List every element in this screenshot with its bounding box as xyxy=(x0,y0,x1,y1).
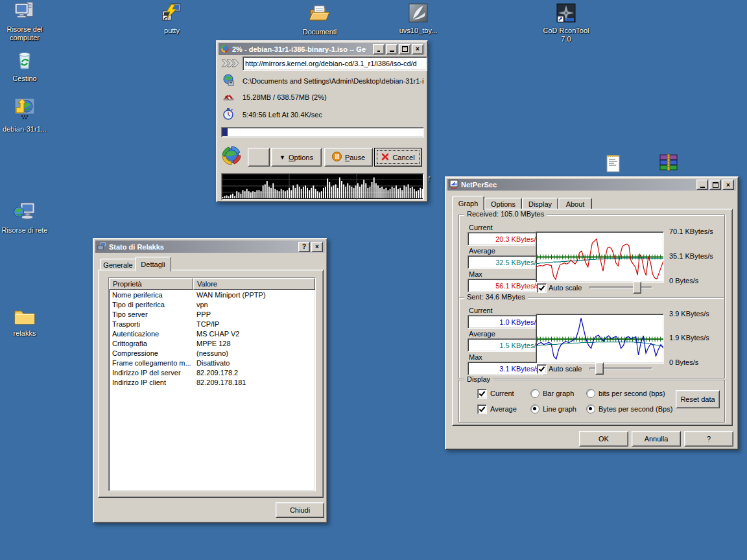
received-max-value: 56.1 KBytes/s xyxy=(468,279,543,292)
sent-autoscale-checkbox[interactable] xyxy=(537,364,547,374)
line-graph-radio[interactable] xyxy=(530,404,540,414)
ok-button[interactable]: OK xyxy=(579,431,628,447)
reset-data-button[interactable]: Reset data xyxy=(676,390,720,408)
property-row[interactable]: AutenticazioneMS CHAP V2 xyxy=(109,329,315,338)
url-arrows-icon xyxy=(221,58,239,69)
network-places-icon xyxy=(13,201,36,224)
listview-body: Nome perifericaWAN Miniport (PPTP)Tipo d… xyxy=(109,290,315,387)
minimize-button[interactable] xyxy=(696,180,708,190)
desktop-icon-putty[interactable]: putty xyxy=(147,3,196,35)
annulla-button[interactable]: Annulla xyxy=(632,431,681,447)
save-location-icon xyxy=(222,74,235,88)
sent-current-label: Current xyxy=(469,307,493,314)
desktop-icon-debian-download[interactable]: debian-31r1... xyxy=(0,97,49,134)
notepad-file-icon[interactable] xyxy=(605,153,622,174)
display-average-checkbox[interactable] xyxy=(477,404,487,414)
column-header-valore[interactable]: Valore xyxy=(193,278,315,290)
reset-data-label: Reset data xyxy=(680,395,715,403)
blank-button[interactable] xyxy=(248,148,270,167)
property-row[interactable]: Indirizzo IP client82.209.178.181 xyxy=(109,377,315,387)
dropdown-arrow-icon: ▼ xyxy=(279,154,285,161)
speed-history-graph xyxy=(221,173,424,200)
pause-button[interactable]: Pause xyxy=(324,148,373,167)
bits-per-second-label: bits per second (bps) xyxy=(599,390,665,397)
desktop-icon-documents[interactable]: Documenti xyxy=(295,4,344,36)
properties-listview: Proprietà Valore Nome perifericaWAN Mini… xyxy=(108,277,316,491)
display-current-label: Current xyxy=(490,390,514,397)
property-row[interactable]: Nome perifericaWAN Miniport (PPTP) xyxy=(109,290,315,299)
chiudi-button-label: Chiudi xyxy=(290,506,310,514)
minimize-button[interactable] xyxy=(386,44,397,54)
sent-graph xyxy=(536,314,664,364)
received-scale-mid: 35.1 KBytes/s xyxy=(669,252,713,260)
getright-titlebar[interactable]: 2% - debian-31r1-i386-binary-1.iso -- Ge… xyxy=(219,43,425,55)
bits-per-second-radio[interactable] xyxy=(586,389,595,398)
received-graph xyxy=(536,231,664,283)
slider-thumb[interactable] xyxy=(595,362,604,375)
desktop-icon-uvs10[interactable]: uvs10_tby... xyxy=(394,3,443,35)
desktop-icon-label: Risorse del computer xyxy=(0,25,49,42)
desktop-icon-label: putty xyxy=(147,27,196,35)
received-max-label: Max xyxy=(469,270,482,278)
winrar-archive-icon[interactable] xyxy=(659,153,678,172)
download-progress-bar xyxy=(221,127,424,137)
getright-app-icon xyxy=(220,44,230,54)
maximize-button[interactable] xyxy=(709,180,721,190)
tab-dettagli[interactable]: Dettagli xyxy=(135,257,171,272)
url-input[interactable]: http://mirrors.kernel.org/debian-cd/3.1_… xyxy=(243,56,427,71)
desktop-icon-label: relakks xyxy=(0,329,49,338)
dialup-connection-icon xyxy=(97,242,106,252)
property-row[interactable]: Tipo serverPPP xyxy=(109,309,315,319)
tab-graph[interactable]: Graph xyxy=(452,196,484,211)
received-autoscale-checkbox[interactable] xyxy=(537,283,547,293)
display-average-label: Average xyxy=(490,405,517,413)
property-row[interactable]: Frame collegamento m...Disattivato xyxy=(109,358,315,368)
chiudi-button[interactable]: Chiudi xyxy=(276,502,324,518)
uvs10-file-icon xyxy=(408,3,429,25)
cod-rcontool-icon xyxy=(556,3,576,25)
help-button[interactable]: ? xyxy=(298,242,310,252)
property-row[interactable]: Compressione(nessuno) xyxy=(109,348,315,358)
property-row[interactable]: Tipo di perifericavpn xyxy=(109,299,315,309)
sent-scale-slider[interactable] xyxy=(589,362,652,374)
received-average-label: Average xyxy=(469,247,495,255)
desktop-icon-network-places[interactable]: Risorse di rete xyxy=(0,201,49,235)
desktop: { "theme":{ "desktop_bg":"#3A6EA5", "chr… xyxy=(0,0,747,560)
relakks-titlebar[interactable]: Stato di Relakks ? × xyxy=(95,240,325,253)
help-button[interactable]: ? xyxy=(684,431,733,447)
cancel-button[interactable]: Cancel xyxy=(374,148,422,167)
bar-graph-label: Bar graph xyxy=(543,390,574,397)
column-header-proprieta[interactable]: Proprietà xyxy=(109,278,193,290)
close-button[interactable]: × xyxy=(412,44,423,54)
close-button[interactable]: × xyxy=(722,180,734,190)
sent-scale-top: 3.9 KBytes/s xyxy=(669,310,709,318)
property-row[interactable]: TrasportiTCP/IP xyxy=(109,319,315,329)
pause-icon xyxy=(332,152,342,163)
desktop-icon-cod-rcontool[interactable]: CoD RconTool 7.0 xyxy=(541,3,591,43)
property-row[interactable]: CrittografiaMPPE 128 xyxy=(109,338,315,348)
getright-logo-icon xyxy=(219,143,244,170)
tray-button[interactable] xyxy=(373,44,385,54)
property-row[interactable]: Indirizzo IP del server82.209.178.2 xyxy=(109,368,315,377)
maximize-button[interactable] xyxy=(399,44,410,54)
received-scale-slider[interactable] xyxy=(589,281,652,293)
bar-graph-radio[interactable] xyxy=(530,389,540,398)
time-stopwatch-icon xyxy=(222,108,234,121)
desktop-icon-label: Cestino xyxy=(0,75,49,83)
desktop-icon-my-computer[interactable]: Risorse del computer xyxy=(0,0,49,42)
line-graph-label: Line graph xyxy=(543,405,576,413)
desktop-icon-recycle-bin[interactable]: Cestino xyxy=(0,49,49,83)
time-remaining-text: 5:49:56 Left At 30.4K/sec xyxy=(243,111,322,119)
display-current-checkbox[interactable] xyxy=(477,389,487,399)
sent-autoscale-label: Auto scale xyxy=(549,365,582,373)
received-autoscale-label: Auto scale xyxy=(549,284,582,292)
window-title: NetPerSec xyxy=(461,181,694,189)
close-button[interactable]: × xyxy=(311,242,323,252)
netpersec-titlebar[interactable]: NetPerSec × xyxy=(447,179,736,191)
bytes-per-second-radio[interactable] xyxy=(586,404,595,414)
sent-average-label: Average xyxy=(469,330,495,338)
options-button[interactable]: ▼ Options xyxy=(271,148,322,167)
slider-thumb[interactable] xyxy=(633,281,641,294)
sent-max-value: 3.1 KBytes/s xyxy=(468,362,543,375)
desktop-icon-relakks-folder[interactable]: relakks xyxy=(0,307,49,338)
